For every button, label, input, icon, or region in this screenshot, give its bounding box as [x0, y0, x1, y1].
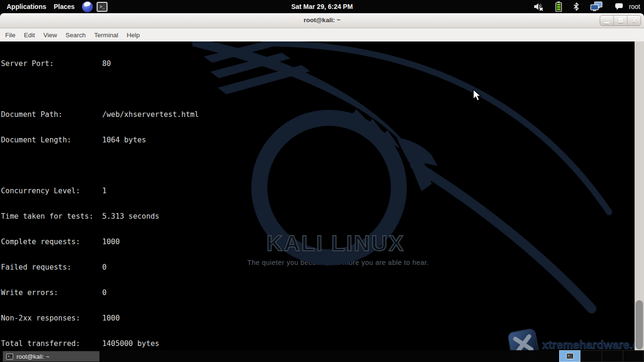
volume-muted-icon[interactable] — [534, 2, 544, 11]
terminal-line — [1, 85, 318, 93]
terminal-line: Non-2xx responses: 1000 — [1, 314, 318, 322]
bluetooth-icon[interactable] — [573, 2, 579, 11]
clock[interactable]: Sat Mar 29, 6:24 PM — [291, 3, 353, 10]
minimize-icon — [604, 22, 609, 24]
close-button[interactable]: × — [627, 16, 641, 25]
top-panel: Applications Places >_ Sat Mar 29, 6:24 … — [0, 0, 644, 13]
workspace-3[interactable] — [602, 350, 623, 362]
menu-edit[interactable]: Edit — [20, 29, 39, 41]
maximize-icon — [619, 18, 623, 23]
terminal-menubar: File Edit View Search Terminal Help — [0, 28, 644, 41]
terminal-output: Server Port: 80 Document Path: /web/xhse… — [1, 42, 318, 362]
window-titlebar[interactable]: root@kali: ~ × — [0, 13, 644, 28]
terminal-line: Document Path: /web/xhservertest.html — [1, 110, 318, 119]
workspace-2[interactable] — [580, 350, 602, 362]
applications-menu[interactable]: Applications — [3, 3, 50, 10]
scrollbar-thumb[interactable] — [636, 300, 643, 349]
terminal-line: Failed requests: 0 — [1, 263, 318, 272]
menu-view[interactable]: View — [39, 29, 61, 41]
chat-icon[interactable] — [615, 3, 623, 10]
terminal-icon: >_ — [566, 353, 574, 359]
terminal-icon: >_ — [97, 2, 107, 12]
places-menu[interactable]: Places — [50, 3, 78, 10]
taskbar-window-label: root@kali: ~ — [17, 353, 50, 360]
battery-icon[interactable] — [555, 1, 562, 12]
bottom-taskbar: >_ root@kali: ~ >_ — [0, 350, 644, 362]
scrollbar-track[interactable] — [635, 41, 644, 350]
mouse-cursor-icon — [473, 89, 483, 102]
maximize-button[interactable] — [614, 16, 627, 25]
close-icon: × — [632, 17, 636, 24]
terminal-body[interactable]: Server Port: 80 Document Path: /web/xhse… — [0, 41, 644, 350]
taskbar-window-button[interactable]: >_ root@kali: ~ — [3, 351, 99, 362]
terminal-line: Write errors: 0 — [1, 288, 318, 297]
window-title: root@kali: ~ — [0, 16, 644, 24]
window-controls: × — [600, 15, 641, 26]
terminal-line: Server Port: 80 — [1, 59, 318, 68]
terminal-line: Concurrency Level: 1 — [1, 187, 318, 195]
menu-search[interactable]: Search — [61, 29, 90, 41]
iceweasel-launcher[interactable] — [82, 1, 93, 12]
workspace-switcher: >_ — [559, 350, 644, 362]
terminal-line — [1, 161, 318, 170]
desktop: KALI LINUX The quieter you become, the m… — [0, 0, 644, 362]
terminal-line: Total transferred: 1405000 bytes — [1, 339, 318, 348]
menu-help[interactable]: Help — [123, 29, 144, 41]
network-icon[interactable] — [590, 1, 603, 12]
system-tray: root — [534, 0, 640, 13]
user-menu[interactable]: root — [629, 3, 640, 10]
menu-terminal[interactable]: Terminal — [90, 29, 123, 41]
menu-file[interactable]: File — [1, 29, 20, 41]
terminal-line: Complete requests: 1000 — [1, 238, 318, 246]
terminal-line: Document Length: 1064 bytes — [1, 136, 318, 144]
panel-left: Applications Places >_ — [0, 1, 107, 12]
terminal-launcher[interactable]: >_ — [97, 2, 107, 12]
iceweasel-icon — [82, 1, 93, 12]
workspace-4[interactable] — [623, 350, 644, 362]
terminal-icon: >_ — [6, 354, 13, 360]
workspace-1[interactable]: >_ — [559, 350, 580, 362]
terminal-line: Time taken for tests: 5.313 seconds — [1, 212, 318, 221]
minimize-button[interactable] — [600, 16, 614, 25]
